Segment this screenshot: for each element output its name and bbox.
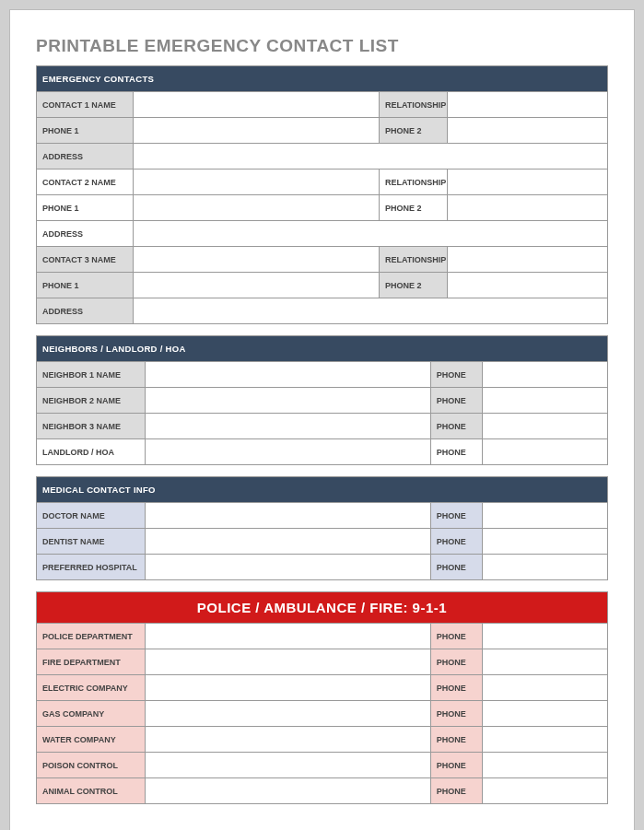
electric-phone-label: PHONE: [430, 675, 482, 701]
poison-name-field[interactable]: [145, 753, 430, 778]
doctor-label: DOCTOR NAME: [37, 503, 146, 529]
gas-name-field[interactable]: [145, 701, 430, 727]
neighbor3-phone-field[interactable]: [482, 414, 607, 439]
landlord-name-field[interactable]: [145, 439, 430, 465]
doctor-phone-label: PHONE: [430, 503, 482, 529]
neighbor1-phone-label: PHONE: [430, 362, 482, 388]
contact3-relationship-label: RELATIONSHIP: [379, 247, 447, 273]
electric-name-field[interactable]: [145, 675, 430, 701]
neighbor2-name-field[interactable]: [145, 388, 430, 414]
contact2-phone1-label: PHONE 1: [37, 195, 134, 221]
neighbor1-phone-field[interactable]: [482, 362, 607, 388]
electric-phone-field[interactable]: [482, 675, 607, 701]
contact1-phone2-field[interactable]: [448, 118, 608, 144]
water-phone-field[interactable]: [482, 727, 607, 753]
dentist-phone-label: PHONE: [430, 529, 482, 555]
animal-phone-label: PHONE: [430, 778, 482, 804]
doctor-name-field[interactable]: [145, 503, 430, 529]
contact2-name-field[interactable]: [134, 170, 380, 195]
gas-label: GAS COMPANY: [37, 701, 146, 727]
neighbor2-label: NEIGHBOR 2 NAME: [37, 388, 146, 414]
contact3-phone1-label: PHONE 1: [37, 273, 134, 298]
animal-label: ANIMAL CONTROL: [37, 778, 146, 804]
contact1-phone1-label: PHONE 1: [37, 118, 134, 144]
hospital-name-field[interactable]: [145, 555, 430, 580]
water-label: WATER COMPANY: [37, 727, 146, 753]
poison-phone-field[interactable]: [482, 753, 607, 778]
neighbor3-phone-label: PHONE: [430, 414, 482, 439]
contact2-name-label: CONTACT 2 NAME: [37, 170, 134, 195]
gas-phone-label: PHONE: [430, 701, 482, 727]
contact3-name-field[interactable]: [134, 247, 380, 273]
contact3-phone2-label: PHONE 2: [379, 273, 447, 298]
contact1-address-field[interactable]: [134, 144, 608, 170]
police-phone-label: PHONE: [430, 624, 482, 649]
fire-phone-field[interactable]: [482, 649, 607, 675]
hospital-label: PREFERRED HOSPITAL: [37, 555, 146, 580]
dentist-label: DENTIST NAME: [37, 529, 146, 555]
contact3-address-field[interactable]: [134, 298, 608, 324]
animal-phone-field[interactable]: [482, 778, 607, 804]
section-header-medical: MEDICAL CONTACT INFO: [37, 477, 608, 503]
neighbor2-phone-field[interactable]: [482, 388, 607, 414]
fire-phone-label: PHONE: [430, 649, 482, 675]
hospital-phone-label: PHONE: [430, 555, 482, 580]
contact1-name-label: CONTACT 1 NAME: [37, 92, 134, 118]
poison-phone-label: PHONE: [430, 753, 482, 778]
contact2-phone2-label: PHONE 2: [379, 195, 447, 221]
doctor-phone-field[interactable]: [482, 503, 607, 529]
contact2-relationship-label: RELATIONSHIP: [379, 170, 447, 195]
poison-label: POISON CONTROL: [37, 753, 146, 778]
animal-name-field[interactable]: [145, 778, 430, 804]
contact2-address-field[interactable]: [134, 221, 608, 247]
contact1-address-label: ADDRESS: [37, 144, 134, 170]
neighbor2-phone-label: PHONE: [430, 388, 482, 414]
section-header-services: POLICE / AMBULANCE / FIRE: 9-1-1: [37, 592, 608, 624]
gas-phone-field[interactable]: [482, 701, 607, 727]
contact3-phone2-field[interactable]: [448, 273, 608, 298]
water-phone-label: PHONE: [430, 727, 482, 753]
services-table: POLICE / AMBULANCE / FIRE: 9-1-1 POLICE …: [36, 591, 608, 804]
page-title: PRINTABLE EMERGENCY CONTACT LIST: [36, 36, 608, 56]
neighbor1-label: NEIGHBOR 1 NAME: [37, 362, 146, 388]
contact3-relationship-field[interactable]: [448, 247, 608, 273]
water-name-field[interactable]: [145, 727, 430, 753]
neighbor3-name-field[interactable]: [145, 414, 430, 439]
fire-name-field[interactable]: [145, 649, 430, 675]
emergency-contacts-table: EMERGENCY CONTACTS CONTACT 1 NAME RELATI…: [36, 65, 608, 324]
contact3-phone1-field[interactable]: [134, 273, 380, 298]
contact1-phone1-field[interactable]: [134, 118, 380, 144]
contact2-address-label: ADDRESS: [37, 221, 134, 247]
dentist-phone-field[interactable]: [482, 529, 607, 555]
contact1-relationship-field[interactable]: [448, 92, 608, 118]
fire-label: FIRE DEPARTMENT: [37, 649, 146, 675]
landlord-phone-label: PHONE: [430, 439, 482, 465]
hospital-phone-field[interactable]: [482, 555, 607, 580]
contact3-name-label: CONTACT 3 NAME: [37, 247, 134, 273]
contact1-relationship-label: RELATIONSHIP: [379, 92, 447, 118]
contact3-address-label: ADDRESS: [37, 298, 134, 324]
neighbors-table: NEIGHBORS / LANDLORD / HOA NEIGHBOR 1 NA…: [36, 335, 608, 465]
medical-table: MEDICAL CONTACT INFO DOCTOR NAME PHONE D…: [36, 476, 608, 580]
document-page: PRINTABLE EMERGENCY CONTACT LIST EMERGEN…: [9, 9, 635, 830]
contact2-relationship-field[interactable]: [448, 170, 608, 195]
contact1-phone2-label: PHONE 2: [379, 118, 447, 144]
police-phone-field[interactable]: [482, 624, 607, 649]
electric-label: ELECTRIC COMPANY: [37, 675, 146, 701]
neighbor1-name-field[interactable]: [145, 362, 430, 388]
neighbor3-label: NEIGHBOR 3 NAME: [37, 414, 146, 439]
landlord-phone-field[interactable]: [482, 439, 607, 465]
police-label: POLICE DEPARTMENT: [37, 624, 146, 649]
contact2-phone2-field[interactable]: [448, 195, 608, 221]
police-name-field[interactable]: [145, 624, 430, 649]
dentist-name-field[interactable]: [145, 529, 430, 555]
landlord-label: LANDLORD / HOA: [37, 439, 146, 465]
contact1-name-field[interactable]: [134, 92, 380, 118]
section-header-emergency: EMERGENCY CONTACTS: [37, 66, 608, 92]
section-header-neighbors: NEIGHBORS / LANDLORD / HOA: [37, 336, 608, 362]
contact2-phone1-field[interactable]: [134, 195, 380, 221]
